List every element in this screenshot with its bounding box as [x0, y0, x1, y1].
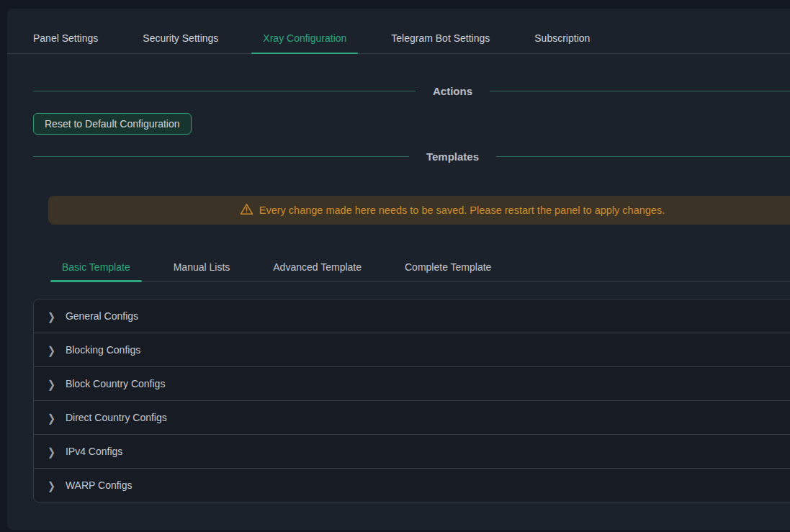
- main-tab-bar: Panel Settings Security Settings Xray Co…: [7, 9, 790, 54]
- chevron-right-icon: ❯: [48, 445, 55, 457]
- tab-security-settings[interactable]: Security Settings: [131, 9, 230, 53]
- collapse-label: IPv4 Configs: [66, 446, 122, 457]
- reset-to-default-button[interactable]: Reset to Default Configuration: [33, 113, 192, 135]
- collapse-block-country-configs[interactable]: ❯ Block Country Configs: [34, 366, 790, 400]
- config-collapse-list: ❯ General Configs ❯ Blocking Configs ❯ B…: [33, 299, 790, 502]
- chevron-right-icon: ❯: [48, 343, 55, 356]
- tab-manual-lists[interactable]: Manual Lists: [162, 242, 242, 281]
- templates-section-divider: Templates: [33, 150, 790, 163]
- tab-telegram-bot-settings[interactable]: Telegram Bot Settings: [380, 9, 501, 53]
- collapse-general-configs[interactable]: ❯ General Configs: [34, 299, 790, 333]
- chevron-right-icon: ❯: [48, 310, 55, 322]
- tab-content: Actions Reset to Default Configuration T…: [7, 85, 790, 502]
- collapse-label: WARP Configs: [66, 479, 133, 491]
- chevron-right-icon: ❯: [48, 479, 55, 491]
- warning-icon: [240, 202, 253, 218]
- restart-warning-banner: Every change made here needs to be saved…: [48, 196, 790, 225]
- collapse-warp-configs[interactable]: ❯ WARP Configs: [34, 468, 790, 502]
- collapse-direct-country-configs[interactable]: ❯ Direct Country Configs: [34, 400, 790, 434]
- collapse-label: Block Country Configs: [66, 378, 166, 389]
- collapse-label: Direct Country Configs: [66, 412, 167, 423]
- tab-xray-configuration[interactable]: Xray Configuration: [251, 9, 358, 53]
- chevron-right-icon: ❯: [48, 377, 55, 389]
- tab-basic-template[interactable]: Basic Template: [50, 242, 142, 281]
- tab-advanced-template[interactable]: Advanced Template: [261, 242, 373, 281]
- warning-text: Every change made here needs to be saved…: [259, 204, 665, 216]
- actions-row: Reset to Default Configuration: [33, 97, 790, 135]
- tab-panel-settings[interactable]: Panel Settings: [22, 9, 109, 53]
- actions-section-divider: Actions: [33, 85, 790, 97]
- collapse-label: General Configs: [66, 310, 138, 322]
- actions-section-title: Actions: [433, 85, 472, 97]
- tab-complete-template[interactable]: Complete Template: [393, 242, 503, 281]
- collapse-label: Blocking Configs: [66, 344, 140, 356]
- template-tab-bar: Basic Template Manual Lists Advanced Tem…: [50, 242, 790, 281]
- collapse-ipv4-configs[interactable]: ❯ IPv4 Configs: [34, 434, 790, 468]
- templates-section-title: Templates: [426, 150, 479, 163]
- tab-subscription[interactable]: Subscription: [523, 9, 601, 53]
- collapse-blocking-configs[interactable]: ❯ Blocking Configs: [34, 333, 790, 366]
- chevron-right-icon: ❯: [48, 411, 55, 423]
- settings-card: Panel Settings Security Settings Xray Co…: [7, 9, 790, 530]
